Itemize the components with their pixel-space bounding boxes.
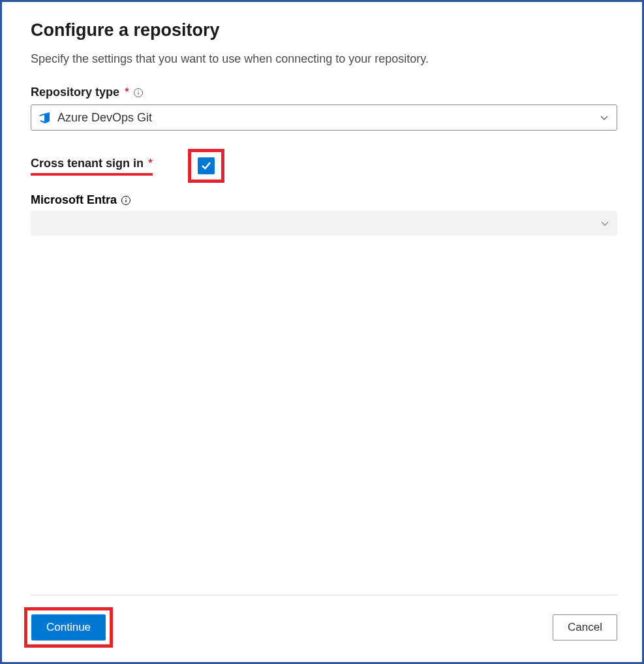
entra-dropdown[interactable] (31, 211, 617, 236)
cross-tenant-label-highlight: Cross tenant sign in * (31, 157, 153, 176)
continue-button[interactable]: Continue (31, 614, 106, 640)
required-marker: * (148, 157, 153, 170)
chevron-down-icon (600, 113, 609, 122)
info-icon[interactable] (133, 87, 144, 98)
repo-type-value: Azure DevOps Git (57, 111, 152, 125)
repo-type-label-text: Repository type (31, 86, 119, 99)
continue-button-highlight: Continue (24, 607, 113, 648)
cross-tenant-label: Cross tenant sign in * (31, 157, 153, 170)
repo-type-label: Repository type * (31, 86, 617, 99)
entra-label: Microsoft Entra (31, 193, 617, 207)
page-title: Configure a repository (31, 20, 617, 40)
repo-type-dropdown[interactable]: Azure DevOps Git (31, 104, 617, 131)
svg-point-5 (125, 198, 126, 198)
dialog-footer: Continue Cancel (31, 595, 617, 662)
svg-point-2 (138, 90, 138, 91)
content-area: Configure a repository Specify the setti… (31, 20, 617, 595)
required-marker: * (125, 86, 129, 99)
cancel-button[interactable]: Cancel (553, 614, 617, 640)
cross-tenant-row: Cross tenant sign in * (31, 149, 617, 183)
azure-devops-icon (38, 111, 51, 124)
cross-tenant-checkbox-highlight (188, 149, 224, 183)
cross-tenant-label-text: Cross tenant sign in (31, 157, 144, 170)
dialog-frame: Configure a repository Specify the setti… (0, 0, 644, 664)
entra-label-text: Microsoft Entra (31, 193, 117, 207)
chevron-down-icon (600, 219, 609, 228)
cross-tenant-checkbox[interactable] (198, 157, 215, 174)
info-icon[interactable] (121, 195, 131, 206)
page-subtitle: Specify the settings that you want to us… (31, 52, 617, 66)
